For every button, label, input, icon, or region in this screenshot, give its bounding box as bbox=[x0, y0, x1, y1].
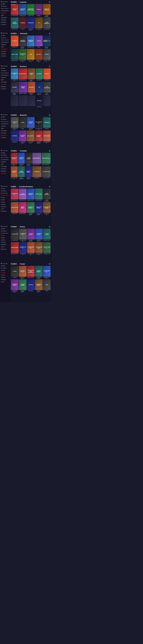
movie-card[interactable]: MEU AMIGO VA... MEU AMIGO VA... bbox=[19, 49, 26, 62]
movie-card[interactable]: LOGAN LUCKYLOGAN LUCKY bbox=[43, 229, 50, 242]
movie-card[interactable]: MAD MAX 3 Mad Max 3: Alem... bbox=[28, 82, 35, 95]
sidebar-item-biografia-3[interactable]: Biografia bbox=[0, 86, 10, 88]
movie-card[interactable]: ESQUECERAM-... ESQUECERAM-... bbox=[18, 68, 28, 82]
movie-card[interactable]: MARY & MAX MARY & MAX -... bbox=[11, 49, 18, 62]
sidebar-genre-4[interactable]: ☰Gênero bbox=[0, 118, 10, 120]
sidebar-item-guerra-6[interactable]: Guerra bbox=[0, 201, 10, 203]
sidebar-item-comedia-5[interactable]: Comédia bbox=[0, 172, 10, 174]
sidebar-filter-2[interactable]: ⚙Filter bbox=[0, 34, 10, 37]
sidebar-genre-2[interactable]: ☰Gênero bbox=[0, 37, 10, 39]
movie-card[interactable]: FAHRENHEIT 45...FAHRENHEIT 45... bbox=[43, 266, 50, 279]
sidebar-filter-3[interactable]: ⚙Filter bbox=[0, 67, 10, 70]
sidebar-item-drama-7[interactable]: Drama bbox=[0, 234, 10, 236]
sidebar-item-crime-7[interactable]: Crime bbox=[0, 246, 10, 248]
movie-card[interactable]: ANJOANJO bbox=[19, 117, 26, 130]
sidebar-launches-5[interactable]: Lançamentos bbox=[0, 158, 10, 161]
movie-card[interactable]: RUNAWAY NOVA EM FUGA Nova em Fuga bbox=[11, 4, 18, 17]
sidebar-recent-4[interactable]: Últimos Adicion. bbox=[0, 120, 10, 123]
sidebar-item-drama-8[interactable]: Drama bbox=[0, 269, 10, 272]
sidebar-item-biografia[interactable]: Biografia bbox=[0, 21, 10, 23]
movie-card[interactable]: ANDRÓIDE LABR...ANDRÓIDE LABR... bbox=[11, 279, 18, 292]
sidebar-filter-4[interactable]: ⚙Filter bbox=[0, 116, 10, 118]
movie-card[interactable]: A ESPIA VERME...A ESPIA VERME... bbox=[35, 130, 42, 144]
movie-card[interactable]: QUARTETO AMIGO...Quarteto Amigo... bbox=[27, 202, 34, 215]
sidebar-item-comrom-7[interactable]: Comédia Rom. bbox=[0, 232, 10, 234]
sidebar-search-6[interactable]: 🔍Procurar bbox=[0, 185, 10, 188]
movie-card[interactable]: GLORIA BELLGLORIA BELL bbox=[35, 188, 42, 202]
sidebar-launches[interactable]: Lançamentos bbox=[0, 10, 10, 12]
sidebar-genre-5[interactable]: ☰Gênero bbox=[0, 154, 10, 156]
sidebar-item-legenda[interactable]: Legenda bbox=[0, 12, 10, 14]
movie-card[interactable]: MULAN Mulan bbox=[35, 36, 42, 48]
movie-card[interactable]: LOUCURA DO TERR...Loucura do Terr... bbox=[43, 202, 50, 215]
sidebar-filter-6[interactable]: ⚙Filter bbox=[0, 188, 10, 190]
movie-card[interactable]: MINHA NAMO...MINHA NAMO... bbox=[19, 202, 26, 215]
movie-card[interactable]: CAÇADOS CAÇADOS bbox=[36, 68, 43, 82]
sidebar-genre[interactable]: ☰ Gênero bbox=[0, 5, 10, 8]
sidebar-item-aventura[interactable]: Aventura bbox=[0, 19, 10, 21]
sidebar-item-aventura-2[interactable]: Aventura bbox=[0, 50, 10, 52]
movie-card[interactable]: SCANNER: SELEC...Scanner: Selec... bbox=[35, 279, 42, 292]
movie-card[interactable]: YAMASONG Yamasong: Mar... bbox=[27, 18, 34, 30]
movie-card[interactable]: SUPERAÇÃOSUPERAÇÃO: O... bbox=[43, 130, 50, 144]
sidebar-item-guerra-8[interactable]: Guerra bbox=[0, 274, 10, 276]
movie-card[interactable]: O CASTELO DE...O CASTELO DE... bbox=[19, 229, 27, 242]
movie-card[interactable]: HOMENS DE O...HOMENS DE O... bbox=[19, 242, 27, 255]
sidebar-item-animacao[interactable]: Animação bbox=[0, 16, 10, 19]
movie-card[interactable]: SKYFALL SKYFALL bbox=[36, 95, 43, 107]
movie-card[interactable]: O CASTELO DE...O CASTELO DE... bbox=[11, 117, 18, 130]
movie-card[interactable]: ESQUECERAM-...ESQUECERAM-... bbox=[32, 153, 41, 166]
sidebar-item-comedia-4[interactable]: Comédia bbox=[0, 136, 10, 139]
sidebar-filter-8[interactable]: ⚙Filter bbox=[0, 265, 10, 267]
movie-card[interactable]: DEIXA ROLARDeixa Rolar bbox=[11, 202, 18, 215]
movie-card[interactable] bbox=[28, 95, 35, 107]
movie-card[interactable]: AS PATRICINHA...As Patricinha s bbox=[19, 188, 26, 202]
sidebar-genre-6[interactable]: ☰Gênero bbox=[0, 190, 10, 192]
movie-card[interactable]: IRREVERSÍVELIRREVERSÍVEL bbox=[11, 242, 19, 255]
sidebar-item-crime-8[interactable]: Crime bbox=[0, 281, 10, 283]
sidebar-item-acao-3[interactable]: Ação bbox=[0, 78, 10, 81]
sidebar-item-biografia-4[interactable]: Biografia bbox=[0, 134, 10, 136]
movie-card[interactable]: AMOR À PRIM...AMOR À PRIM... bbox=[25, 166, 32, 179]
movie-card[interactable]: ANDRON LABIR... ANDRON: LABIR... bbox=[18, 82, 28, 95]
sidebar-item-musical-8[interactable]: Musical bbox=[0, 276, 10, 278]
movie-card[interactable]: MISS ARIZONA Miss Arizona bbox=[11, 18, 18, 30]
sidebar-genre-7[interactable]: ☰Gênero bbox=[0, 230, 10, 232]
sidebar-item-romance-7[interactable]: Romance bbox=[0, 248, 10, 250]
movie-card[interactable]: 007 007: Contra o S... bbox=[35, 18, 42, 30]
sidebar-search-7[interactable]: 🔍Procurar bbox=[0, 225, 10, 228]
sidebar-item-comedia-2[interactable]: Comédia bbox=[0, 55, 10, 57]
movie-card[interactable]: O HOMEM DE A... O HOMEM DE A... bbox=[11, 68, 18, 82]
sidebar-genre-8[interactable]: ☰Gênero bbox=[0, 267, 10, 269]
sidebar-filter-5[interactable]: ⚙Filter bbox=[0, 152, 10, 154]
movie-card[interactable]: CONAN O BÁR... CONAN, O BÁR... bbox=[28, 68, 35, 82]
movie-card[interactable]: CARROS 3 CARROS 3 bbox=[43, 68, 50, 82]
movie-card[interactable]: TONI ERDMANNTONI ERDMANN bbox=[18, 166, 25, 179]
sidebar-item-animacao-4[interactable]: Animação bbox=[0, 130, 10, 132]
movie-card[interactable]: PONYO Ponyo – Uma A... bbox=[43, 49, 50, 62]
sidebar-item-animacao-5[interactable]: Animação bbox=[0, 165, 10, 168]
sidebar-item-acao-4[interactable]: Ação bbox=[0, 127, 10, 130]
sidebar-recent-6[interactable]: Lançamentos bbox=[0, 192, 10, 194]
movie-card[interactable]: NOSSO ES MAND...Nosso Es Mand... bbox=[35, 202, 42, 215]
sidebar-item-nacional-6[interactable]: Nacional bbox=[0, 206, 10, 208]
sidebar-item-comedia[interactable]: Comédia bbox=[0, 23, 10, 26]
sidebar-item-legenda-5[interactable]: Legenda bbox=[0, 161, 10, 163]
sidebar-item-aventura-3[interactable]: Aventura bbox=[0, 83, 10, 86]
sidebar-item-crime-6[interactable]: Crime bbox=[0, 208, 10, 210]
sidebar-launches-3[interactable]: Lançamentos bbox=[0, 74, 10, 76]
movie-card[interactable]: 3 CARROS 3 CARROS 3 bbox=[11, 36, 18, 48]
movie-card[interactable]: JANE PROCUR...JANE PROCUR... bbox=[43, 188, 50, 202]
movie-card[interactable]: 007 007: O Amanhã... bbox=[36, 82, 43, 95]
sidebar-item-musical-6[interactable]: Musical bbox=[0, 203, 10, 206]
sidebar-item-ficcao-7[interactable]: Ficção bbox=[0, 236, 10, 239]
movie-card[interactable]: 400 DIAS400 Dias bbox=[27, 279, 34, 292]
movie-card[interactable]: ERA UMA VEZ E...ERA UMA VEZ E... bbox=[11, 166, 18, 179]
sidebar-item-drama-6[interactable]: Drama bbox=[0, 196, 10, 199]
sidebar-item-musical-7[interactable]: Musical bbox=[0, 241, 10, 244]
sidebar-launches-2[interactable]: Lançamentos bbox=[0, 41, 10, 43]
movie-card[interactable]: PATERNOPATERNO bbox=[11, 130, 18, 144]
sidebar-item-acao[interactable]: Ação bbox=[0, 14, 10, 16]
sidebar-item-legenda-2[interactable]: Legenda bbox=[0, 43, 10, 46]
sidebar-item-ficcao-6[interactable]: Ficção bbox=[0, 199, 10, 201]
